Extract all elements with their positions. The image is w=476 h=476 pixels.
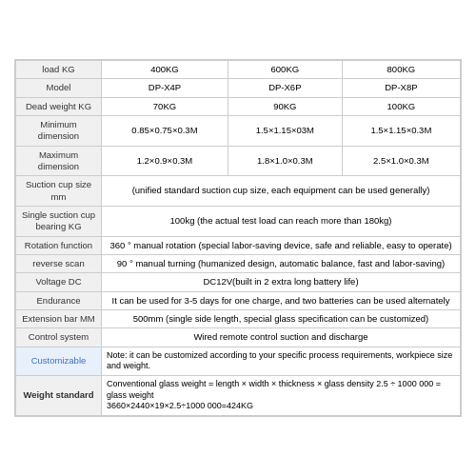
- rotation-row: Rotation function 360 ° manual rotation …: [16, 236, 461, 254]
- dead-weight-row: Dead weight KG 70KG 90KG 100KG: [16, 97, 461, 115]
- min-dimension-row: Minimum dimension 0.85×0.75×0.3M 1.5×1.1…: [16, 115, 461, 146]
- single-suction-label: Single suction cup bearing KG: [16, 206, 102, 236]
- min-dimension-val1: 0.85×0.75×0.3M: [102, 115, 228, 146]
- model-val3: DP-X8P: [342, 79, 460, 97]
- dead-weight-val2: 90KG: [228, 97, 342, 115]
- extension-bar-value: 500mm (single side length, special glass…: [102, 310, 461, 328]
- control-system-row: Control system Wired remote control suct…: [16, 328, 461, 347]
- max-dimension-val3: 2.5×1.0×0.3M: [342, 146, 460, 176]
- reverse-scan-label: reverse scan: [16, 254, 102, 272]
- header-col2: 400KG: [102, 60, 228, 78]
- dead-weight-val1: 70KG: [102, 97, 228, 115]
- max-dimension-row: Maximum dimension 1.2×0.9×0.3M 1.8×1.0×0…: [16, 146, 461, 176]
- suction-cup-size-value: (unified standard suction cup size, each…: [102, 176, 461, 207]
- voltage-row: Voltage DC DC12V(built in 2 extra long b…: [16, 273, 461, 291]
- model-row: Model DP-X4P DP-X6P DP-X8P: [16, 79, 461, 97]
- customizable-label: Customizable: [16, 347, 102, 375]
- model-label: Model: [16, 79, 102, 97]
- model-val1: DP-X4P: [102, 79, 228, 97]
- suction-cup-size-label: Suction cup size mm: [16, 176, 102, 207]
- weight-standard-value: Conventional glass weight = length × wid…: [102, 376, 461, 416]
- max-dimension-val1: 1.2×0.9×0.3M: [102, 146, 228, 176]
- dead-weight-val3: 100KG: [342, 97, 460, 115]
- max-dimension-val2: 1.8×1.0×0.3M: [228, 146, 342, 176]
- customizable-row: Customizable Note: it can be customized …: [16, 347, 461, 375]
- customizable-value: Note: it can be customized according to …: [102, 347, 461, 375]
- endurance-row: Endurance It can be used for 3-5 days fo…: [16, 291, 461, 309]
- dead-weight-label: Dead weight KG: [16, 97, 102, 115]
- specs-table-container: load KG 400KG 600KG 800KG Model DP-X4P D…: [14, 59, 462, 417]
- extension-bar-row: Extension bar MM 500mm (single side leng…: [16, 310, 461, 328]
- rotation-label: Rotation function: [16, 236, 102, 254]
- rotation-value: 360 ° manual rotation (special labor-sav…: [102, 236, 461, 254]
- specs-table: load KG 400KG 600KG 800KG Model DP-X4P D…: [15, 60, 461, 416]
- max-dimension-label: Maximum dimension: [16, 146, 102, 176]
- min-dimension-val3: 1.5×1.15×0.3M: [342, 115, 460, 146]
- reverse-scan-row: reverse scan 90 ° manual turning (humani…: [16, 254, 461, 272]
- header-col3: 600KG: [228, 60, 342, 78]
- reverse-scan-value: 90 ° manual turning (humanized design, a…: [102, 254, 461, 272]
- header-row: load KG 400KG 600KG 800KG: [16, 60, 461, 78]
- model-val2: DP-X6P: [228, 79, 342, 97]
- min-dimension-label: Minimum dimension: [16, 115, 102, 146]
- single-suction-row: Single suction cup bearing KG 100kg (the…: [16, 206, 461, 236]
- endurance-label: Endurance: [16, 291, 102, 309]
- header-col4: 800KG: [342, 60, 460, 78]
- control-system-label: Control system: [16, 328, 102, 347]
- extension-bar-label: Extension bar MM: [16, 310, 102, 328]
- endurance-value: It can be used for 3-5 days for one char…: [102, 291, 461, 309]
- control-system-value: Wired remote control suction and dischar…: [102, 328, 461, 347]
- voltage-value: DC12V(built in 2 extra long battery life…: [102, 273, 461, 291]
- header-label: load KG: [16, 60, 102, 78]
- suction-cup-size-row: Suction cup size mm (unified standard su…: [16, 176, 461, 207]
- single-suction-value: 100kg (the actual test load can reach mo…: [102, 206, 461, 236]
- weight-standard-label: Weight standard: [16, 376, 102, 416]
- weight-standard-row: Weight standard Conventional glass weigh…: [16, 376, 461, 416]
- voltage-label: Voltage DC: [16, 273, 102, 291]
- min-dimension-val2: 1.5×1.15×03M: [228, 115, 342, 146]
